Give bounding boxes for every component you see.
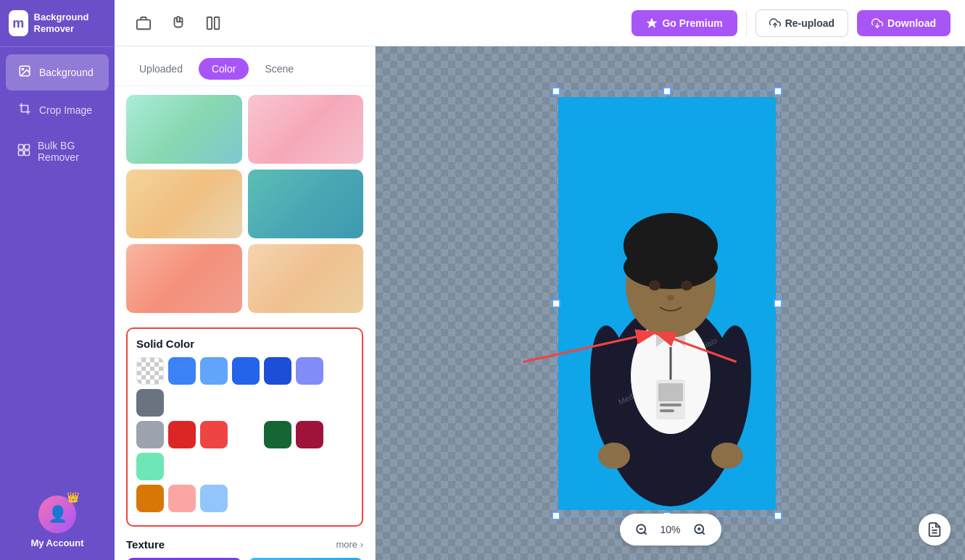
color-swatch-darkblue[interactable] [264, 357, 291, 385]
subject-image: Mediaio Mediaio [547, 86, 794, 521]
bg-thumb-coral-gradient[interactable] [126, 244, 242, 313]
svg-line-36 [644, 532, 646, 534]
sidebar-item-bulk-label: Bulk BG Remover [38, 140, 97, 163]
avatar: 👤 👑 [38, 496, 76, 533]
color-swatch-lightblue[interactable] [200, 357, 228, 385]
app-name: Background Remover [34, 12, 106, 34]
color-swatch-skyblue[interactable] [200, 485, 228, 512]
color-swatch-gray[interactable] [136, 389, 164, 417]
sidebar-item-background-label: Background [39, 67, 94, 78]
zoom-value: 10% [658, 524, 684, 535]
color-swatch-green[interactable] [264, 421, 291, 448]
svg-point-28 [598, 443, 630, 469]
color-swatch-medblue[interactable] [232, 357, 260, 385]
backgrounds-grid [115, 86, 375, 322]
color-row-3 [136, 485, 353, 512]
toolbar [129, 9, 623, 38]
header-actions: Go Premium Re-upload Download [631, 9, 950, 37]
bg-thumb-teal-solid[interactable] [248, 170, 364, 238]
bg-thumb-peach-gradient[interactable] [248, 244, 364, 313]
svg-rect-2 [19, 145, 24, 150]
background-icon [17, 64, 32, 80]
canvas-content: Mediaio Mediaio [376, 46, 965, 560]
color-swatch-blue[interactable] [168, 357, 196, 385]
more-link[interactable]: more › [336, 539, 363, 550]
color-swatch-red[interactable] [168, 421, 196, 448]
sidebar-item-crop-label: Crop Image [39, 104, 92, 116]
sidebar-item-background[interactable]: Background [6, 54, 109, 91]
account-label: My Account [30, 538, 83, 548]
image-container[interactable]: Mediaio Mediaio [547, 86, 794, 521]
avatar-icon: 👤 [48, 505, 67, 524]
zoom-out-button[interactable] [631, 519, 652, 540]
svg-point-19 [681, 280, 692, 291]
svg-point-20 [667, 295, 674, 301]
svg-rect-8 [207, 17, 212, 29]
bg-thumb-teal-gradient[interactable] [126, 95, 242, 164]
bg-thumb-pink-gradient[interactable] [248, 95, 364, 164]
background-panel: Uploaded Color Scene Solid Color [115, 46, 376, 560]
svg-rect-4 [19, 151, 24, 156]
crown-badge: 👑 [67, 491, 79, 503]
briefcase-tool-button[interactable] [129, 9, 158, 38]
texture-section: Texture more › ✦ ✦ ✦ ✦ ✦ [115, 532, 375, 560]
sidebar-nav: Background Crop Image Bulk BG Remover [0, 47, 115, 484]
svg-line-39 [702, 532, 704, 534]
svg-point-1 [22, 68, 23, 70]
svg-rect-22 [658, 383, 683, 401]
color-swatch-empty [232, 421, 260, 448]
panel-tabs: Uploaded Color Scene [115, 46, 375, 86]
canvas-area[interactable]: Mediaio Mediaio [376, 46, 965, 560]
tab-scene[interactable]: Scene [252, 58, 307, 80]
solid-color-section: Solid Color [126, 327, 363, 527]
color-swatch-indigo[interactable] [296, 357, 323, 385]
color-swatch-mint[interactable] [136, 453, 164, 480]
color-swatch-crimson[interactable] [296, 421, 323, 448]
hand-tool-button[interactable] [164, 9, 193, 38]
sidebar-item-crop[interactable]: Crop Image [6, 92, 109, 128]
svg-rect-5 [25, 151, 30, 156]
svg-rect-9 [215, 17, 219, 29]
svg-point-29 [711, 443, 743, 469]
go-premium-button[interactable]: Go Premium [631, 10, 737, 36]
bg-thumb-orange-gradient[interactable] [126, 170, 242, 238]
color-swatch-brightred[interactable] [200, 421, 228, 448]
svg-rect-6 [137, 20, 150, 29]
texture-header: Texture more › [126, 538, 363, 551]
texture-title: Texture [126, 538, 165, 551]
reupload-button[interactable]: Re-upload [755, 9, 848, 37]
sidebar: m Background Remover Background Crop Ima… [0, 0, 115, 560]
svg-rect-3 [25, 145, 30, 150]
sidebar-item-bulk[interactable]: Bulk BG Remover [6, 130, 109, 173]
svg-rect-23 [660, 404, 682, 406]
content-area: Uploaded Color Scene Solid Color [115, 46, 965, 560]
bulk-icon [17, 143, 30, 159]
columns-tool-button[interactable] [199, 9, 228, 38]
color-swatch-transparent[interactable] [136, 357, 164, 385]
my-account[interactable]: 👤 👑 My Account [0, 484, 115, 560]
color-swatch-lightgray[interactable] [136, 421, 164, 448]
header: Go Premium Re-upload Download [115, 0, 965, 46]
svg-point-17 [624, 246, 718, 289]
tab-color[interactable]: Color [199, 58, 249, 80]
tab-uploaded[interactable]: Uploaded [126, 58, 196, 80]
color-row-1 [136, 357, 353, 417]
svg-rect-24 [660, 409, 674, 412]
main-area: Go Premium Re-upload Download Uploaded C… [115, 0, 965, 560]
color-swatch-amber[interactable] [136, 485, 164, 512]
crop-icon [17, 102, 32, 118]
notes-button[interactable] [919, 514, 950, 546]
color-swatch-peach[interactable] [168, 485, 196, 512]
zoom-bar: 10% [620, 514, 721, 546]
svg-point-18 [649, 280, 660, 291]
header-divider [746, 10, 747, 36]
solid-color-title: Solid Color [136, 338, 353, 350]
download-button[interactable]: Download [857, 10, 950, 36]
logo-icon: m [9, 10, 28, 36]
zoom-in-button[interactable] [689, 519, 710, 540]
sidebar-logo[interactable]: m Background Remover [0, 0, 115, 47]
color-row-2 [136, 421, 353, 480]
